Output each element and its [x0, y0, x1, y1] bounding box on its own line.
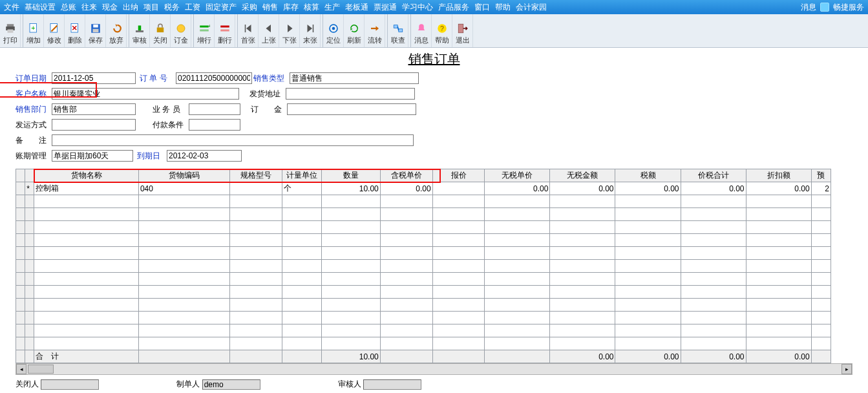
toolbar-label: 审核 — [132, 36, 147, 45]
toolbar-abandon[interactable]: 放弃 — [106, 14, 127, 47]
toolbar-order[interactable]: 订金 — [171, 14, 191, 47]
remark-input[interactable] — [52, 134, 414, 146]
col-quote[interactable]: 报价 — [432, 169, 485, 182]
menu-6[interactable]: 项目 — [143, 2, 159, 13]
toolbar-print[interactable]: 打印 — [0, 14, 21, 47]
table-row-empty[interactable] — [16, 337, 831, 350]
dept-input[interactable] — [52, 103, 136, 115]
table-row-empty[interactable] — [16, 247, 831, 260]
printer-icon — [5, 23, 16, 34]
toolbar-addrow[interactable]: +增行 — [194, 14, 215, 47]
col-unit[interactable]: 计量单位 — [282, 169, 322, 182]
col-pre[interactable]: 预 — [811, 169, 831, 182]
table-row[interactable]: *控制箱040个10.000.000.000.000.000.000.002 — [16, 182, 831, 195]
col-tax[interactable]: 税额 — [615, 169, 681, 182]
sale-type-input[interactable] — [290, 72, 419, 84]
table-row-empty[interactable] — [16, 324, 831, 337]
menu-1[interactable]: 基础设置 — [25, 2, 56, 13]
order-no-input[interactable] — [176, 72, 252, 84]
menu-18[interactable]: 产品服务 — [438, 2, 469, 13]
col-notaxamt[interactable]: 无税金额 — [550, 169, 615, 182]
chat-icon[interactable] — [820, 3, 829, 12]
menu-19[interactable]: 窗口 — [474, 2, 490, 13]
toolbar-refresh[interactable]: 刷新 — [344, 14, 365, 47]
menu-11[interactable]: 销售 — [262, 2, 278, 13]
menu-4[interactable]: 现金 — [102, 2, 118, 13]
menu-20[interactable]: 帮助 — [495, 2, 511, 13]
ship-addr-input[interactable] — [286, 88, 415, 100]
msg-label[interactable]: 消息 — [801, 2, 816, 13]
menu-13[interactable]: 核算 — [304, 2, 319, 13]
menu-9[interactable]: 固定资产 — [206, 2, 237, 13]
toolbar-label: 放弃 — [109, 36, 123, 45]
col-total[interactable]: 价税合计 — [681, 169, 746, 182]
grid[interactable]: 货物名称 货物编码 规格型号 计量单位 数量 含税单价 报价 无税单价 无税金额… — [16, 169, 831, 363]
table-row-empty[interactable] — [16, 260, 831, 273]
col-taxprice[interactable]: 含税单价 — [380, 169, 432, 182]
table-row-empty[interactable] — [16, 195, 831, 208]
menu-5[interactable]: 出纳 — [123, 2, 138, 13]
scroll-thumb[interactable] — [28, 365, 54, 374]
toolbar-linkview[interactable]: 联查 — [388, 14, 408, 47]
menu-17[interactable]: 学习中心 — [402, 2, 433, 13]
svg-rect-12 — [156, 28, 164, 33]
toolbar-msg[interactable]: 消息 — [411, 14, 432, 47]
doc-plus-icon: + — [28, 23, 39, 34]
toolbar-add[interactable]: +增加 — [23, 14, 44, 47]
menu-12[interactable]: 库存 — [283, 2, 299, 13]
sum-discount: 0.00 — [746, 350, 811, 363]
table-row-empty[interactable] — [16, 299, 831, 312]
due-input[interactable] — [167, 150, 242, 162]
menu-15[interactable]: 老板通 — [345, 2, 368, 13]
page-title: 销售订单 — [0, 50, 868, 68]
customer-input[interactable] — [52, 88, 239, 100]
toolbar-first[interactable]: 首张 — [238, 14, 259, 47]
toolbar-close[interactable]: 关闭 — [150, 14, 171, 47]
toolbar: 打印+增加修改删除保存放弃审核关闭订金+增行删行首张上张下张末张定位刷新流转联查… — [0, 14, 868, 48]
col-discount[interactable]: 折扣额 — [746, 169, 811, 182]
horizontal-scrollbar[interactable]: ◂ ▸ — [16, 363, 852, 375]
order-date-input[interactable] — [52, 72, 136, 84]
menu-8[interactable]: 工资 — [185, 2, 200, 13]
shipmode-input[interactable] — [52, 119, 136, 131]
table-row-empty[interactable] — [16, 286, 831, 299]
table-row-empty[interactable] — [16, 221, 831, 234]
maker-value: demo — [202, 379, 260, 390]
deposit-input[interactable] — [287, 103, 416, 115]
toolbar-last[interactable]: 末张 — [300, 14, 321, 47]
scroll-right-icon[interactable]: ▸ — [842, 364, 852, 374]
menu-16[interactable]: 票据通 — [374, 2, 397, 13]
menu-7[interactable]: 税务 — [164, 2, 180, 13]
bizman-input[interactable] — [189, 103, 240, 115]
toolbar-exit[interactable]: 退出 — [452, 14, 473, 47]
toolbar-locate[interactable]: 定位 — [323, 14, 344, 47]
toolbar-edit[interactable]: 修改 — [44, 14, 65, 47]
table-row-empty[interactable] — [16, 234, 831, 247]
col-spec[interactable]: 规格型号 — [230, 169, 282, 182]
payterm-input[interactable] — [189, 119, 240, 131]
col-notaxprice[interactable]: 无税单价 — [485, 169, 550, 182]
menu-2[interactable]: 总账 — [61, 2, 76, 13]
menu-3[interactable]: 往来 — [81, 2, 97, 13]
col-qty[interactable]: 数量 — [321, 169, 380, 182]
menu-21[interactable]: 会计家园 — [516, 2, 547, 13]
toolbar-save[interactable]: 保存 — [85, 14, 106, 47]
period-input[interactable] — [52, 150, 133, 162]
toolbar-help[interactable]: ?帮助 — [432, 14, 452, 47]
toolbar-audit[interactable]: 审核 — [129, 14, 150, 47]
toolbar-prev[interactable]: 上张 — [259, 14, 279, 47]
toolbar-flow[interactable]: 流转 — [365, 14, 385, 47]
toolbar-delrow[interactable]: 删行 — [215, 14, 235, 47]
service-label[interactable]: 畅捷服务 — [833, 2, 864, 13]
scroll-left-icon[interactable]: ◂ — [16, 364, 26, 374]
menu-10[interactable]: 采购 — [242, 2, 257, 13]
menu-0[interactable]: 文件 — [4, 2, 19, 13]
table-row-empty[interactable] — [16, 208, 831, 221]
table-row-empty[interactable] — [16, 273, 831, 286]
toolbar-next[interactable]: 下张 — [279, 14, 300, 47]
col-code[interactable]: 货物编码 — [138, 169, 229, 182]
menu-14[interactable]: 生产 — [324, 2, 340, 13]
toolbar-delete[interactable]: 删除 — [65, 14, 85, 47]
col-name[interactable]: 货物名称 — [34, 169, 139, 182]
table-row-empty[interactable] — [16, 312, 831, 324]
